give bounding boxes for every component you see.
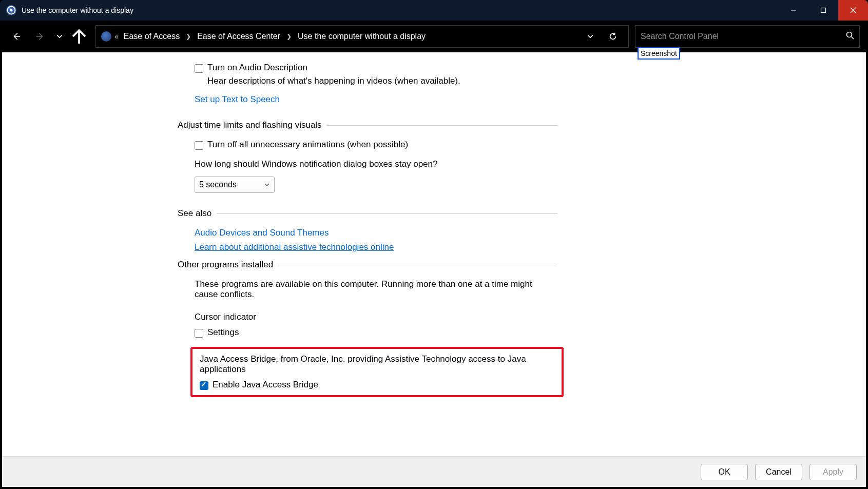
audio-description-desc: Hear descriptions of what's happening in… xyxy=(207,76,557,86)
notification-duration-label: How long should Windows notification dia… xyxy=(195,159,557,169)
java-access-bridge-label: Enable Java Access Bridge xyxy=(213,380,318,390)
maximize-button[interactable] xyxy=(808,0,838,21)
tooltip: Screenshot xyxy=(638,47,680,60)
ok-button[interactable]: OK xyxy=(701,464,748,480)
select-value: 5 seconds xyxy=(199,180,237,189)
apply-button[interactable]: Apply xyxy=(809,464,857,480)
up-button[interactable] xyxy=(69,26,89,47)
svg-point-1 xyxy=(10,9,13,12)
turn-off-animations-label: Turn off all unnecessary animations (whe… xyxy=(207,140,408,150)
recent-locations-button[interactable] xyxy=(53,26,66,47)
chevron-right-icon[interactable]: ❯ xyxy=(184,33,193,40)
section-time-limits-header: Adjust time limits and flashing visuals xyxy=(178,120,322,130)
minimize-button[interactable] xyxy=(779,0,808,21)
breadcrumb-ease-of-access-center[interactable]: Ease of Access Center xyxy=(196,30,281,43)
search-box[interactable]: Screenshot xyxy=(635,25,860,48)
breadcrumb: Ease of Access ❯ Ease of Access Center ❯… xyxy=(123,30,581,43)
setup-text-to-speech-link[interactable]: Set up Text to Speech xyxy=(195,94,280,104)
divider xyxy=(217,213,557,214)
cursor-settings-label: Settings xyxy=(207,327,239,338)
java-access-bridge-checkbox[interactable] xyxy=(200,381,208,390)
divider xyxy=(327,125,557,126)
svg-rect-3 xyxy=(821,8,826,13)
refresh-button[interactable] xyxy=(604,27,622,46)
forward-button[interactable] xyxy=(30,26,50,47)
content-area: Turn on Audio Description Hear descripti… xyxy=(2,52,866,487)
chevron-left-icon[interactable]: « xyxy=(114,32,119,41)
titlebar: Use the computer without a display xyxy=(0,0,868,21)
address-dropdown-button[interactable] xyxy=(581,27,600,46)
back-button[interactable] xyxy=(6,26,27,47)
breadcrumb-current[interactable]: Use the computer without a display xyxy=(297,30,427,43)
close-button[interactable] xyxy=(838,0,868,21)
location-icon xyxy=(101,31,111,42)
svg-point-6 xyxy=(847,32,852,37)
java-access-bridge-highlight: Java Access Bridge, from Oracle, Inc. pr… xyxy=(190,347,564,397)
svg-line-7 xyxy=(852,37,854,40)
audio-description-label: Turn on Audio Description xyxy=(207,63,307,73)
section-other-programs-header: Other programs installed xyxy=(178,260,273,270)
navbar: « Ease of Access ❯ Ease of Access Center… xyxy=(0,21,868,52)
content-scroll[interactable]: Turn on Audio Description Hear descripti… xyxy=(2,52,866,456)
divider xyxy=(278,265,557,265)
audio-description-checkbox[interactable] xyxy=(195,64,203,73)
window-title: Use the computer without a display xyxy=(22,6,779,14)
search-input[interactable] xyxy=(641,32,846,41)
notification-duration-select[interactable]: 5 seconds xyxy=(195,177,275,193)
cursor-settings-checkbox[interactable] xyxy=(195,329,203,338)
turn-off-animations-checkbox[interactable] xyxy=(195,141,203,150)
search-icon[interactable] xyxy=(846,31,854,42)
cancel-button[interactable]: Cancel xyxy=(755,464,802,480)
java-access-bridge-desc: Java Access Bridge, from Oracle, Inc. pr… xyxy=(200,354,557,375)
cursor-indicator-label: Cursor indicator xyxy=(195,312,557,322)
address-bar[interactable]: « Ease of Access ❯ Ease of Access Center… xyxy=(95,25,629,48)
breadcrumb-ease-of-access[interactable]: Ease of Access xyxy=(123,30,181,43)
footer: OK Cancel Apply xyxy=(2,456,866,487)
section-see-also-header: See also xyxy=(178,208,211,219)
chevron-down-icon xyxy=(264,182,270,188)
control-panel-icon xyxy=(6,5,16,15)
assistive-tech-link[interactable]: Learn about additional assistive technol… xyxy=(195,242,557,252)
audio-devices-link[interactable]: Audio Devices and Sound Themes xyxy=(195,228,557,238)
other-programs-desc: These programs are available on this com… xyxy=(195,279,557,300)
chevron-right-icon[interactable]: ❯ xyxy=(284,33,294,40)
